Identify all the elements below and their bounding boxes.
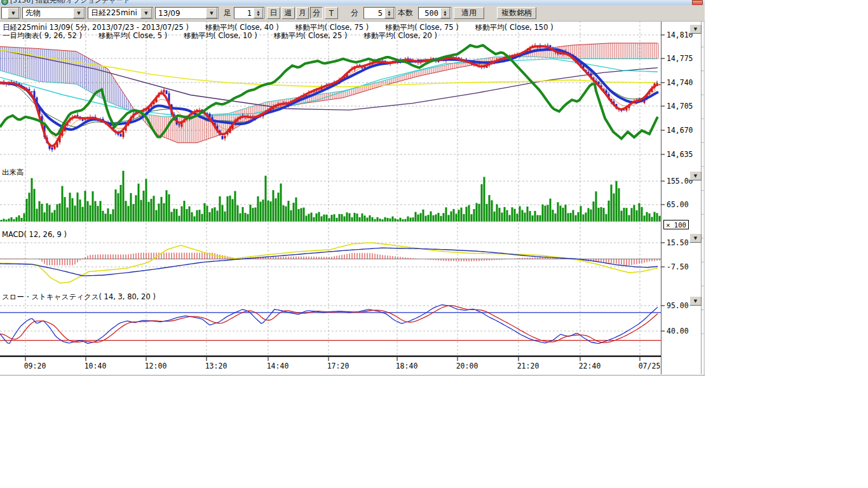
legend-series: 移動平均( Close, 75 ) (295, 23, 369, 32)
macd-layer (0, 243, 661, 283)
multi-symbol-button[interactable]: 複数銘柄 (497, 7, 536, 19)
period-day-button[interactable]: 日 (267, 7, 280, 19)
toolbar: ▼ 先物 ▼ 日経225mini ▼ 13/09 ▼ 足 1 ▲▼ 日 週 月 … (0, 5, 705, 22)
legend-series: 移動平均( Close, 10 ) (184, 31, 257, 40)
macd-panel-label: MACD( 12, 26, 9 ) (2, 230, 67, 239)
price-scale-dropdown-button[interactable]: ▼ (689, 24, 702, 34)
spinner-icon[interactable]: ▲▼ (254, 8, 263, 18)
stochastics-layer (0, 305, 661, 344)
legend-series: 移動平均( Close, 40 ) (205, 23, 279, 32)
legend-series: 日経225mini 13/09( 5分, 2013/07/23 - 2013/0… (3, 23, 189, 32)
axis-label: 14,705 (667, 102, 693, 111)
axis-label: 14:40 (267, 362, 289, 370)
ichimoku-cloud-layer (0, 43, 658, 143)
chart-canvas[interactable]: 14,81014,77514,74014,70514,67014,635155.… (0, 0, 705, 381)
symbol-select[interactable]: 日経225mini ▼ (88, 7, 153, 19)
volume-scale-dropdown-button[interactable]: ▼ (689, 171, 702, 180)
axis-label: 13:20 (205, 362, 227, 370)
axis-label: 40.00 (667, 327, 689, 336)
period-month-button[interactable]: 月 (296, 7, 309, 19)
chevron-down-icon[interactable]: ▼ (8, 8, 19, 18)
axis-label: 20:00 (456, 362, 478, 370)
stoch-panel-label: スロー・ストキャスティクス( 14, 3, 80, 20 ) (2, 292, 156, 302)
ashi-label: 足 (224, 7, 231, 19)
axis-label: 65.00 (667, 200, 689, 209)
legend-series: 移動平均( Close, 20 ) (363, 31, 437, 40)
legend-series: 一目均衡表( 9, 26, 52 ) (3, 31, 82, 40)
axis-label: 07/25 (639, 362, 661, 370)
volume-panel-label: 出来高 (2, 168, 24, 177)
volume-layer (1, 171, 661, 222)
chevron-down-icon[interactable]: ▼ (140, 8, 152, 18)
left-mini-select[interactable]: ▼ (1, 7, 20, 19)
axis-label: 10:40 (85, 362, 107, 370)
window-title: [5156] 指数先物/オプションチャート (10, 0, 130, 5)
spinner-icon[interactable]: ▲▼ (440, 8, 450, 18)
axis-label: 14,740 (667, 78, 693, 87)
chevron-down-icon: ▼ (694, 299, 697, 304)
category-select[interactable]: 先物 ▼ (22, 7, 86, 19)
gridlines-layer (0, 21, 661, 356)
axis-label: 21:20 (517, 362, 539, 370)
axis-label: 17:20 (327, 362, 349, 370)
chevron-down-icon: ▼ (694, 173, 697, 179)
axis-label: 15.50 (667, 238, 689, 247)
chevron-down-icon[interactable]: ▼ (206, 8, 217, 18)
bar-count-spinner[interactable]: 500 ▲▼ (418, 7, 451, 19)
axis-label: -7.50 (667, 262, 689, 271)
axis-label: 14,670 (667, 126, 693, 135)
minute-label: 分 (351, 7, 358, 19)
chart-application-window: 14,81014,77514,74014,70514,67014,635155.… (0, 0, 705, 376)
period-week-button[interactable]: 週 (281, 7, 295, 19)
period-tick-button[interactable]: T (325, 7, 338, 19)
axis-label: 22:40 (579, 362, 601, 370)
legend-row-2: 一目均衡表( 9, 26, 52 )移動平均( Close, 5 )移動平均( … (3, 31, 454, 41)
axis-label: 14,635 (667, 150, 693, 159)
axis-label: 12:00 (145, 362, 167, 370)
period-minute-button[interactable]: 分 (310, 7, 323, 19)
ashi-count-spinner[interactable]: 1 ▲▼ (234, 7, 264, 19)
chevron-down-icon: ▼ (694, 27, 697, 32)
apply-button[interactable]: 適用 (454, 7, 484, 19)
axis-label: 09:20 (24, 362, 46, 370)
volume-multiplier-badge: × 100 (663, 220, 689, 229)
axis-label: 18:40 (396, 362, 418, 370)
spinner-icon[interactable]: ▲▼ (384, 8, 394, 18)
axis-label: 95.00 (667, 301, 689, 310)
chevron-down-icon: ▼ (694, 236, 697, 241)
legend-series: 移動平均( Close, 5 ) (98, 31, 167, 40)
bar-count-label: 本数 (398, 7, 413, 19)
contract-month-select[interactable]: 13/09 ▼ (155, 7, 219, 19)
macd-scale-dropdown-button[interactable]: ▼ (689, 233, 702, 243)
axis-label: 14,775 (667, 54, 693, 63)
chevron-down-icon[interactable]: ▼ (73, 8, 85, 18)
stoch-scale-dropdown-button[interactable]: ▼ (689, 296, 702, 306)
app-icon (1, 0, 8, 5)
legend-series: 移動平均( Close, 75 ) (385, 23, 459, 32)
minute-value-spinner[interactable]: 5 ▲▼ (363, 7, 395, 19)
legend-series: 移動平均( Close, 25 ) (274, 31, 348, 40)
legend-series: 移動平均( Close, 150 ) (475, 23, 553, 32)
